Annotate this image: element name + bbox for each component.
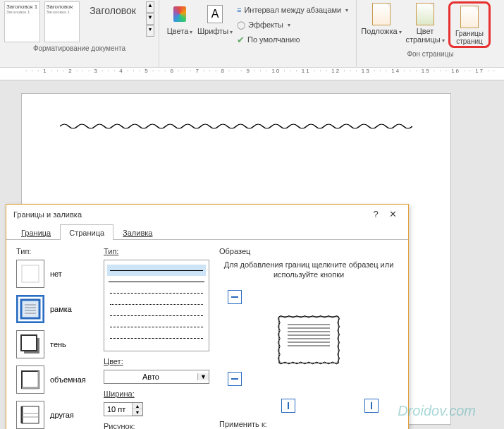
- dialog-tabs: Граница Страница Заливка: [6, 224, 408, 240]
- style-gallery-item-2[interactable]: Заголовок Заголовок 1: [44, 1, 80, 42]
- gallery-more-button[interactable]: ▾: [146, 25, 154, 37]
- gallery-down-button[interactable]: ▼: [146, 13, 154, 25]
- page-color-icon: [416, 3, 434, 25]
- fonts-icon: A: [207, 5, 223, 23]
- art-label: Рисунок:: [104, 422, 209, 429]
- chevron-down-icon: ▼: [197, 373, 209, 380]
- page-color-button[interactable]: Цвет страницы▾: [405, 1, 445, 44]
- setting-box[interactable]: рамка: [16, 295, 94, 323]
- preview-toggle-bottom[interactable]: [281, 399, 295, 413]
- gallery-up-button[interactable]: ▲: [146, 1, 154, 13]
- line-style-list[interactable]: [104, 260, 209, 351]
- setting-label: Тип:: [16, 247, 94, 255]
- svg-rect-0: [22, 265, 39, 282]
- svg-rect-1: [21, 300, 39, 318]
- colors-icon: [173, 6, 186, 22]
- applyto-label: Применить к:: [219, 420, 398, 428]
- tab-page[interactable]: Страница: [60, 224, 113, 240]
- close-button[interactable]: ✕: [384, 209, 401, 219]
- svg-rect-8: [22, 371, 39, 388]
- set-default-button[interactable]: ✔ По умолчанию: [234, 32, 351, 47]
- width-label: Ширина:: [104, 389, 209, 398]
- colors-button[interactable]: Цвета▾: [164, 1, 196, 36]
- ribbon: Заголовок 1 Заголовок 1 Заголовок Заголо…: [0, 0, 504, 68]
- effects-button[interactable]: ◯ Эффекты▾: [234, 18, 351, 32]
- color-label: Цвет:: [104, 357, 209, 365]
- style-gallery-item-3[interactable]: Заголовок: [84, 1, 142, 20]
- dialog-title: Границы и заливка: [13, 210, 82, 219]
- watermark-icon: [372, 3, 391, 25]
- svg-rect-7: [21, 335, 37, 351]
- preview-page[interactable]: [275, 313, 343, 366]
- width-spinner[interactable]: 10 пт ▲▼: [104, 402, 143, 416]
- group-label-formatting: Форматирование документа: [4, 42, 154, 54]
- page-borders-button[interactable]: Границы страниц: [451, 4, 488, 45]
- paragraph-spacing-button[interactable]: ≡ Интервал между абзацами▾: [234, 3, 351, 17]
- horizontal-ruler[interactable]: · · · 1 · · · 2 · · · 3 · · · 4 · · · 5 …: [0, 68, 504, 80]
- setting-shadow[interactable]: тень: [16, 330, 94, 358]
- spin-down[interactable]: ▼: [133, 409, 142, 416]
- tab-border[interactable]: Граница: [12, 224, 60, 240]
- preview-label: Образец: [219, 247, 398, 255]
- svg-rect-11: [22, 406, 39, 423]
- color-combo[interactable]: Авто ▼: [104, 370, 209, 384]
- spacing-icon: ≡: [237, 6, 241, 14]
- watermark-button[interactable]: Подложка▾: [361, 1, 402, 36]
- setting-3d[interactable]: объемная: [16, 365, 94, 394]
- style-gallery-item-1[interactable]: Заголовок 1 Заголовок 1: [4, 1, 40, 42]
- fonts-button[interactable]: A Шрифты▾: [199, 1, 231, 36]
- preview-toggle-right[interactable]: [364, 399, 379, 413]
- borders-and-shading-dialog: Границы и заливка ? ✕ Граница Страница З…: [6, 204, 409, 429]
- setting-none[interactable]: нет: [16, 260, 94, 288]
- style-label: Тип:: [104, 247, 209, 255]
- tab-fill[interactable]: Заливка: [113, 224, 161, 240]
- preview-toggle-top[interactable]: [228, 290, 242, 304]
- document-area: Границы и заливка ? ✕ Граница Страница З…: [0, 80, 504, 429]
- highlighted-page-borders: Границы страниц: [448, 1, 491, 48]
- preview-area: [219, 290, 398, 389]
- help-button[interactable]: ?: [367, 209, 384, 219]
- group-label-page-background: Фон страницы: [361, 48, 500, 59]
- preview-toggle-left[interactable]: [228, 372, 242, 386]
- preview-instructions: Для добавления границ щелкните образец и…: [219, 260, 398, 280]
- spin-up[interactable]: ▲: [133, 403, 142, 409]
- default-icon: ✔: [237, 35, 245, 45]
- setting-custom[interactable]: другая: [16, 401, 94, 429]
- page-borders-icon: [460, 6, 479, 28]
- effects-icon: ◯: [237, 20, 245, 30]
